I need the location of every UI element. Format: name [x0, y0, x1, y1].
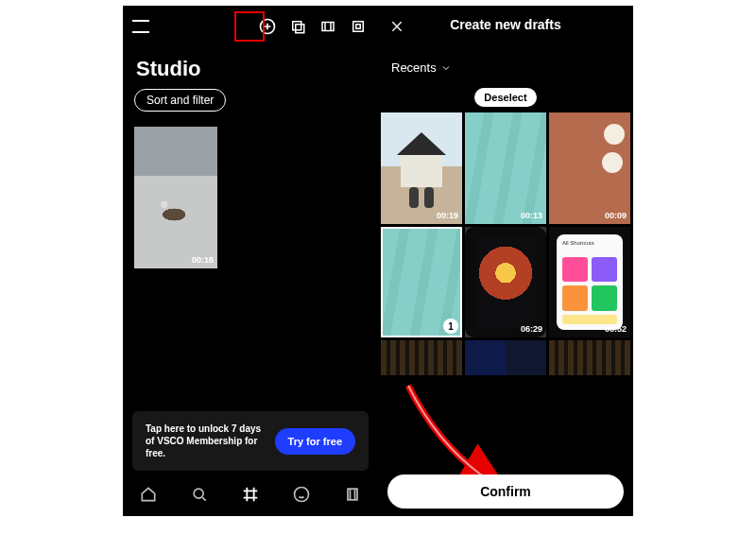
svg-rect-8: [348, 489, 357, 500]
studio-tab-icon[interactable]: [240, 484, 261, 505]
banner-text: Tap here to unlock 7 days of VSCO Member…: [146, 423, 266, 459]
svg-rect-4: [353, 22, 364, 32]
media-cell[interactable]: 00:09: [549, 112, 630, 224]
chevron-down-icon: [440, 62, 452, 74]
page-title: Create new drafts: [378, 17, 633, 32]
media-grid: 00:19 00:13 00:09 1 06:29 All Shortcuts: [378, 112, 633, 337]
layers-icon[interactable]: [287, 16, 308, 37]
studio-screen: Studio Sort and filter 00:16 Tap here to…: [123, 6, 378, 516]
media-cell[interactable]: [549, 340, 630, 375]
profile-icon[interactable]: [342, 484, 363, 505]
duration-label: 00:09: [605, 211, 627, 220]
top-bar: Create new drafts: [378, 6, 633, 47]
duration-label: 06:29: [521, 324, 542, 334]
draft-thumbnail[interactable]: 00:16: [134, 127, 217, 268]
album-picker[interactable]: Recents: [378, 47, 633, 82]
svg-rect-1: [293, 22, 301, 30]
top-bar: [123, 6, 378, 47]
add-icon[interactable]: [257, 16, 278, 37]
duration-label: 00:19: [437, 211, 458, 220]
face-icon[interactable]: [291, 484, 312, 505]
confirm-button[interactable]: Confirm: [387, 475, 624, 509]
duration-label: 00:16: [192, 255, 214, 265]
selection-badge: 1: [443, 319, 458, 334]
duration-label: 00:13: [521, 211, 542, 220]
home-icon[interactable]: [138, 484, 159, 505]
page-title: Studio: [123, 47, 378, 89]
media-grid-partial: [378, 340, 633, 375]
draft-grid: 00:16: [123, 121, 378, 274]
svg-rect-2: [296, 25, 304, 33]
svg-point-7: [295, 488, 309, 502]
frame-icon[interactable]: [348, 16, 369, 37]
deselect-button[interactable]: Deselect: [474, 88, 536, 107]
try-free-button[interactable]: Try for free: [275, 428, 355, 455]
sort-filter-button[interactable]: Sort and filter: [134, 89, 226, 112]
thumbnail-image: [134, 127, 217, 268]
media-cell[interactable]: 00:19: [381, 112, 462, 224]
media-cell[interactable]: [465, 340, 546, 375]
create-drafts-screen: Create new drafts Recents Deselect 00:19…: [378, 6, 633, 516]
media-cell[interactable]: [381, 340, 462, 375]
media-cell[interactable]: All Shortcuts 06:52: [549, 227, 630, 338]
duration-label: 06:52: [605, 324, 627, 334]
media-cell[interactable]: 06:29: [465, 227, 546, 338]
media-cell[interactable]: 00:13: [465, 112, 546, 224]
menu-icon[interactable]: [132, 20, 149, 33]
tab-bar: [123, 473, 378, 516]
svg-rect-5: [356, 25, 361, 29]
svg-rect-3: [322, 23, 334, 31]
media-cell-selected[interactable]: 1: [381, 227, 462, 338]
svg-point-6: [194, 489, 203, 498]
membership-banner[interactable]: Tap here to unlock 7 days of VSCO Member…: [132, 411, 369, 471]
film-icon[interactable]: [318, 16, 338, 37]
search-icon[interactable]: [189, 484, 210, 505]
album-label: Recents: [391, 60, 437, 75]
